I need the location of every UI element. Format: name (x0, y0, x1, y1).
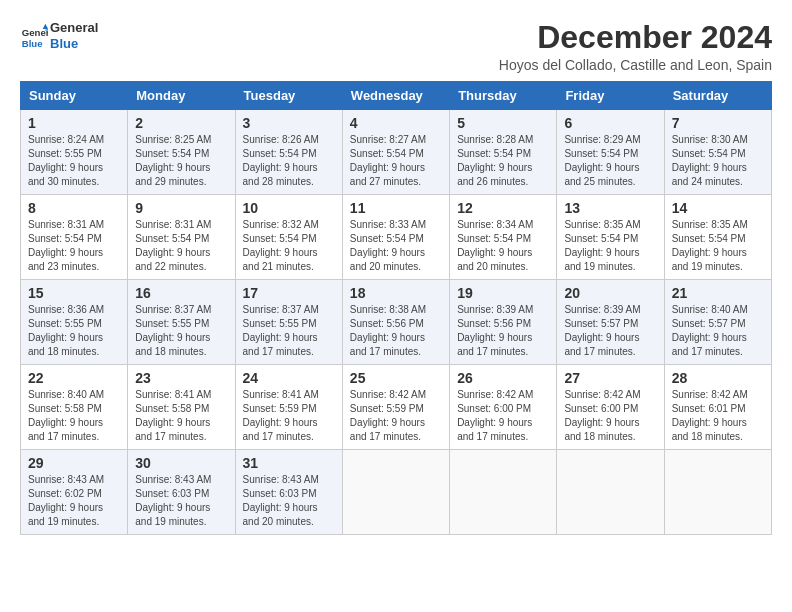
day-info: Sunrise: 8:39 AMSunset: 5:57 PMDaylight:… (564, 304, 640, 357)
day-info: Sunrise: 8:38 AMSunset: 5:56 PMDaylight:… (350, 304, 426, 357)
column-header-wednesday: Wednesday (342, 82, 449, 110)
day-number: 6 (564, 115, 656, 131)
day-number: 4 (350, 115, 442, 131)
calendar-cell: 17 Sunrise: 8:37 AMSunset: 5:55 PMDaylig… (235, 280, 342, 365)
column-header-tuesday: Tuesday (235, 82, 342, 110)
calendar-cell (342, 450, 449, 535)
calendar-cell: 1 Sunrise: 8:24 AMSunset: 5:55 PMDayligh… (21, 110, 128, 195)
day-info: Sunrise: 8:31 AMSunset: 5:54 PMDaylight:… (28, 219, 104, 272)
day-info: Sunrise: 8:36 AMSunset: 5:55 PMDaylight:… (28, 304, 104, 357)
calendar-cell (450, 450, 557, 535)
calendar-cell: 31 Sunrise: 8:43 AMSunset: 6:03 PMDaylig… (235, 450, 342, 535)
calendar-cell: 13 Sunrise: 8:35 AMSunset: 5:54 PMDaylig… (557, 195, 664, 280)
svg-text:Blue: Blue (22, 37, 43, 48)
page-subtitle: Hoyos del Collado, Castille and Leon, Sp… (499, 57, 772, 73)
column-header-saturday: Saturday (664, 82, 771, 110)
day-info: Sunrise: 8:42 AMSunset: 6:00 PMDaylight:… (564, 389, 640, 442)
day-info: Sunrise: 8:37 AMSunset: 5:55 PMDaylight:… (243, 304, 319, 357)
calendar-cell: 8 Sunrise: 8:31 AMSunset: 5:54 PMDayligh… (21, 195, 128, 280)
calendar-cell: 7 Sunrise: 8:30 AMSunset: 5:54 PMDayligh… (664, 110, 771, 195)
day-info: Sunrise: 8:43 AMSunset: 6:03 PMDaylight:… (135, 474, 211, 527)
calendar-cell: 30 Sunrise: 8:43 AMSunset: 6:03 PMDaylig… (128, 450, 235, 535)
day-info: Sunrise: 8:40 AMSunset: 5:58 PMDaylight:… (28, 389, 104, 442)
day-number: 22 (28, 370, 120, 386)
day-number: 8 (28, 200, 120, 216)
day-info: Sunrise: 8:42 AMSunset: 6:00 PMDaylight:… (457, 389, 533, 442)
day-number: 24 (243, 370, 335, 386)
calendar-cell: 3 Sunrise: 8:26 AMSunset: 5:54 PMDayligh… (235, 110, 342, 195)
calendar-cell: 12 Sunrise: 8:34 AMSunset: 5:54 PMDaylig… (450, 195, 557, 280)
day-number: 15 (28, 285, 120, 301)
day-number: 20 (564, 285, 656, 301)
calendar-week-5: 29 Sunrise: 8:43 AMSunset: 6:02 PMDaylig… (21, 450, 772, 535)
logo-text-blue: Blue (50, 36, 98, 52)
day-info: Sunrise: 8:26 AMSunset: 5:54 PMDaylight:… (243, 134, 319, 187)
calendar-cell: 11 Sunrise: 8:33 AMSunset: 5:54 PMDaylig… (342, 195, 449, 280)
day-number: 23 (135, 370, 227, 386)
calendar-week-4: 22 Sunrise: 8:40 AMSunset: 5:58 PMDaylig… (21, 365, 772, 450)
calendar-week-2: 8 Sunrise: 8:31 AMSunset: 5:54 PMDayligh… (21, 195, 772, 280)
day-number: 7 (672, 115, 764, 131)
day-info: Sunrise: 8:29 AMSunset: 5:54 PMDaylight:… (564, 134, 640, 187)
column-header-monday: Monday (128, 82, 235, 110)
day-number: 10 (243, 200, 335, 216)
calendar-cell: 2 Sunrise: 8:25 AMSunset: 5:54 PMDayligh… (128, 110, 235, 195)
day-number: 17 (243, 285, 335, 301)
calendar-cell: 23 Sunrise: 8:41 AMSunset: 5:58 PMDaylig… (128, 365, 235, 450)
day-info: Sunrise: 8:42 AMSunset: 5:59 PMDaylight:… (350, 389, 426, 442)
calendar-body: 1 Sunrise: 8:24 AMSunset: 5:55 PMDayligh… (21, 110, 772, 535)
calendar-week-1: 1 Sunrise: 8:24 AMSunset: 5:55 PMDayligh… (21, 110, 772, 195)
day-number: 25 (350, 370, 442, 386)
day-number: 14 (672, 200, 764, 216)
day-info: Sunrise: 8:37 AMSunset: 5:55 PMDaylight:… (135, 304, 211, 357)
calendar-cell: 22 Sunrise: 8:40 AMSunset: 5:58 PMDaylig… (21, 365, 128, 450)
day-number: 3 (243, 115, 335, 131)
day-info: Sunrise: 8:42 AMSunset: 6:01 PMDaylight:… (672, 389, 748, 442)
calendar-cell: 15 Sunrise: 8:36 AMSunset: 5:55 PMDaylig… (21, 280, 128, 365)
column-header-sunday: Sunday (21, 82, 128, 110)
calendar-cell: 24 Sunrise: 8:41 AMSunset: 5:59 PMDaylig… (235, 365, 342, 450)
calendar-cell: 14 Sunrise: 8:35 AMSunset: 5:54 PMDaylig… (664, 195, 771, 280)
day-number: 26 (457, 370, 549, 386)
calendar-cell: 19 Sunrise: 8:39 AMSunset: 5:56 PMDaylig… (450, 280, 557, 365)
day-number: 21 (672, 285, 764, 301)
day-number: 9 (135, 200, 227, 216)
day-info: Sunrise: 8:35 AMSunset: 5:54 PMDaylight:… (672, 219, 748, 272)
day-info: Sunrise: 8:32 AMSunset: 5:54 PMDaylight:… (243, 219, 319, 272)
day-info: Sunrise: 8:43 AMSunset: 6:02 PMDaylight:… (28, 474, 104, 527)
day-number: 1 (28, 115, 120, 131)
logo-icon: General Blue (20, 22, 48, 50)
calendar-cell: 4 Sunrise: 8:27 AMSunset: 5:54 PMDayligh… (342, 110, 449, 195)
logo: General Blue General Blue (20, 20, 98, 51)
day-number: 18 (350, 285, 442, 301)
day-number: 28 (672, 370, 764, 386)
day-number: 31 (243, 455, 335, 471)
day-number: 2 (135, 115, 227, 131)
day-info: Sunrise: 8:34 AMSunset: 5:54 PMDaylight:… (457, 219, 533, 272)
day-info: Sunrise: 8:28 AMSunset: 5:54 PMDaylight:… (457, 134, 533, 187)
day-number: 5 (457, 115, 549, 131)
day-number: 19 (457, 285, 549, 301)
calendar-cell: 28 Sunrise: 8:42 AMSunset: 6:01 PMDaylig… (664, 365, 771, 450)
logo-text-general: General (50, 20, 98, 36)
day-info: Sunrise: 8:41 AMSunset: 5:58 PMDaylight:… (135, 389, 211, 442)
calendar-cell: 29 Sunrise: 8:43 AMSunset: 6:02 PMDaylig… (21, 450, 128, 535)
calendar-table: SundayMondayTuesdayWednesdayThursdayFrid… (20, 81, 772, 535)
column-header-thursday: Thursday (450, 82, 557, 110)
day-info: Sunrise: 8:40 AMSunset: 5:57 PMDaylight:… (672, 304, 748, 357)
page-title: December 2024 (499, 20, 772, 55)
calendar-cell: 9 Sunrise: 8:31 AMSunset: 5:54 PMDayligh… (128, 195, 235, 280)
calendar-cell: 20 Sunrise: 8:39 AMSunset: 5:57 PMDaylig… (557, 280, 664, 365)
calendar-cell: 21 Sunrise: 8:40 AMSunset: 5:57 PMDaylig… (664, 280, 771, 365)
day-number: 13 (564, 200, 656, 216)
day-info: Sunrise: 8:25 AMSunset: 5:54 PMDaylight:… (135, 134, 211, 187)
title-area: December 2024 Hoyos del Collado, Castill… (499, 20, 772, 73)
day-number: 16 (135, 285, 227, 301)
day-info: Sunrise: 8:43 AMSunset: 6:03 PMDaylight:… (243, 474, 319, 527)
day-info: Sunrise: 8:24 AMSunset: 5:55 PMDaylight:… (28, 134, 104, 187)
day-number: 11 (350, 200, 442, 216)
day-number: 27 (564, 370, 656, 386)
day-info: Sunrise: 8:33 AMSunset: 5:54 PMDaylight:… (350, 219, 426, 272)
calendar-header-row: SundayMondayTuesdayWednesdayThursdayFrid… (21, 82, 772, 110)
column-header-friday: Friday (557, 82, 664, 110)
